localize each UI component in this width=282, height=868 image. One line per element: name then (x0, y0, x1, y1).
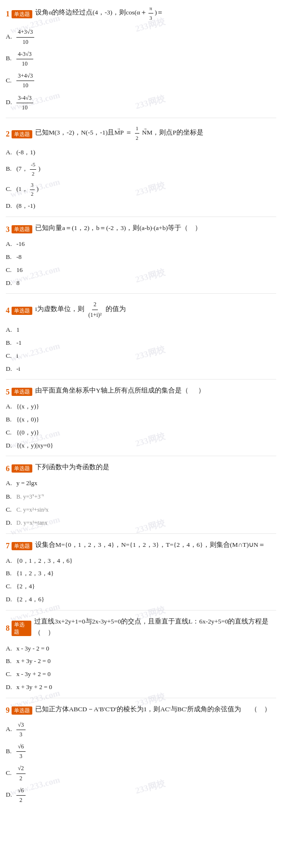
question-4-type: 单选题 (12, 307, 32, 315)
question-3: 3 单选题 已知向量a＝(1，2)，b＝(-2，3)，则(a-b)·(a+b)等… (0, 219, 282, 291)
divider-2 (6, 217, 276, 217)
question-9-number: 9 (6, 706, 10, 715)
divider-3 (6, 293, 276, 294)
divider-6 (6, 533, 276, 534)
question-3-number: 3 (6, 225, 10, 234)
question-1-option-a: A. 4+3√3 10 (6, 26, 276, 48)
question-9-type: 单选题 (12, 706, 32, 715)
question-2-option-c: C. (1， 3 2 ) (6, 179, 276, 200)
question-7-option-c: C. {2，4} (6, 580, 276, 593)
question-9-option-c: C. √2 2 (6, 762, 276, 784)
question-8-option-d: D. x + 3y + 2 = 0 (6, 681, 276, 694)
question-1-header: 1 单选题 设角α的终边经过点(4，-3)，则cos(α＋ π 3 )＝ (6, 4, 276, 24)
question-7-option-a: A. {0，1，2，3，4，6} (6, 555, 276, 568)
question-9-option-b: B. √6 3 (6, 741, 276, 762)
question-3-option-b: B. -8 (6, 251, 276, 264)
question-2-option-b: B. (7， -5 2 ) (6, 159, 276, 179)
divider-5 (6, 456, 276, 456)
question-7-header: 7 单选题 设集合M={0，1，2，3，4}，N={1，2，3}，T={2，4，… (6, 540, 276, 553)
question-9-text: 已知正方体ABCD－A'B'C'D'的棱长为1，则AC'与BC'所成角的余弦值为… (35, 704, 271, 715)
question-7-text: 设集合M={0，1，2，3，4}，N={1，2，3}，T={2，4，6}，则集合… (35, 540, 265, 551)
question-9-option-d: D. √6 2 (6, 785, 276, 806)
question-6: 6 单选题 下列函数中为奇函数的是 A. y = 2lgx B. B. y=3x… (0, 458, 282, 531)
question-5-number: 5 (6, 388, 10, 396)
question-6-header: 6 单选题 下列函数中为奇函数的是 (6, 462, 276, 475)
question-4-option-a: A. 1 (6, 324, 276, 337)
question-3-header: 3 单选题 已知向量a＝(1，2)，b＝(-2，3)，则(a-b)·(a+b)等… (6, 223, 276, 236)
question-2-type: 单选题 (12, 130, 32, 138)
question-4-option-d: D. -i (6, 363, 276, 376)
question-1-number: 1 (6, 10, 10, 18)
question-6-option-d: D. D. y=x³+tanx (6, 516, 276, 529)
divider-4 (6, 379, 276, 380)
question-9-header: 9 单选题 已知正方体ABCD－A'B'C'D'的棱长为1，则AC'与BC'所成… (6, 704, 276, 717)
question-8-number: 8 (6, 624, 10, 633)
question-1-text: 设角α的终边经过点(4，-3)，则cos(α＋ π 3 )＝ (35, 4, 163, 22)
question-5-type: 单选题 (12, 388, 32, 396)
question-8-option-b: B. x + 3y - 2 = 0 (6, 655, 276, 668)
question-3-option-c: C. 16 (6, 264, 276, 277)
question-7-number: 7 (6, 542, 10, 550)
question-7-option-d: D. {2，4，6} (6, 593, 276, 606)
question-7-option-b: B. {1，2，3，4} (6, 567, 276, 580)
question-6-number: 6 (6, 464, 10, 473)
divider-8 (6, 698, 276, 698)
question-6-option-a: A. y = 2lgx (6, 477, 276, 490)
question-5: 5 单选题 由平面直角坐标系中Y轴上所有点所组成的集合是（ ） A. {(x，y… (0, 381, 282, 454)
question-6-type: 单选题 (12, 464, 32, 473)
question-9: 9 单选题 已知正方体ABCD－A'B'C'D'的棱长为1，则AC'与BC'所成… (0, 700, 282, 808)
question-1-option-b: B. 4-3√3 10 (6, 48, 276, 70)
question-3-option-d: D. 8 (6, 277, 276, 290)
question-4: 4 单选题 i为虚数单位，则 2 (1+i)² 的值为 A. 1 B. -1 C… (0, 296, 282, 377)
question-2-text: 已知M(3，-2)，N(-5，-1)且M⃗P ＝ 1 2 N⃗M，则点P的坐标是 (35, 124, 203, 142)
question-3-type: 单选题 (12, 225, 32, 233)
question-7-type: 单选题 (12, 542, 32, 550)
question-2-option-d: D. (8，-1) (6, 200, 276, 213)
question-5-text: 由平面直角坐标系中Y轴上所有点所组成的集合是（ ） (35, 385, 205, 396)
question-8-type: 单选题 (12, 621, 31, 636)
question-8-text: 过直线3x+2y+1=0与2x-3y+5=0的交点，且垂直于直线L：6x-2y+… (34, 616, 276, 638)
question-1-type: 单选题 (12, 10, 32, 18)
question-4-option-c: C. i (6, 350, 276, 363)
question-3-text: 已知向量a＝(1，2)，b＝(-2，3)，则(a-b)·(a+b)等于（ ） (35, 223, 201, 234)
question-2-number: 2 (6, 130, 10, 138)
question-4-number: 4 (6, 306, 10, 315)
question-3-option-a: A. -16 (6, 238, 276, 251)
question-1-option-c: C. 3+4√3 10 (6, 70, 276, 92)
question-8-option-c: C. x - 3y + 2 = 0 (6, 668, 276, 681)
question-2-option-a: A. (-8，1) (6, 146, 276, 159)
divider-7 (6, 610, 276, 610)
question-7: 7 单选题 设集合M={0，1，2，3，4}，N={1，2，3}，T={2，4，… (0, 536, 282, 608)
question-1-option-d: D. 3-4√3 10 (6, 92, 276, 114)
question-2-header: 2 单选题 已知M(3，-2)，N(-5，-1)且M⃗P ＝ 1 2 N⃗M，则… (6, 124, 276, 144)
question-8: 8 单选题 过直线3x+2y+1=0与2x-3y+5=0的交点，且垂直于直线L：… (0, 612, 282, 696)
question-2: 2 单选题 已知M(3，-2)，N(-5，-1)且M⃗P ＝ 1 2 N⃗M，则… (0, 120, 282, 215)
question-5-option-c: C. {(0，y)} (6, 426, 276, 439)
question-4-option-b: B. -1 (6, 337, 276, 350)
question-8-header: 8 单选题 过直线3x+2y+1=0与2x-3y+5=0的交点，且垂直于直线L：… (6, 616, 276, 640)
question-5-option-b: B. {(x，0)} (6, 413, 276, 426)
question-5-option-a: A. {(x，y)} (6, 400, 276, 413)
question-4-header: 4 单选题 i为虚数单位，则 2 (1+i)² 的值为 (6, 299, 276, 322)
question-9-option-a: A. √3 3 (6, 719, 276, 741)
question-4-text: i为虚数单位，则 2 (1+i)² 的值为 (35, 299, 126, 320)
question-6-option-b: B. B. y=3x+3-x (6, 490, 276, 503)
question-8-option-a: A. x - 3y - 2 = 0 (6, 642, 276, 655)
question-5-header: 5 单选题 由平面直角坐标系中Y轴上所有点所组成的集合是（ ） (6, 385, 276, 398)
question-1: 1 单选题 设角α的终边经过点(4，-3)，则cos(α＋ π 3 )＝ A. … (0, 0, 282, 116)
question-6-text: 下列函数中为奇函数的是 (35, 462, 109, 473)
question-5-option-d: D. {(x，y)|xy=0} (6, 439, 276, 452)
divider-1 (6, 118, 276, 118)
question-6-option-c: C. C. y=x²+sin²x (6, 503, 276, 516)
